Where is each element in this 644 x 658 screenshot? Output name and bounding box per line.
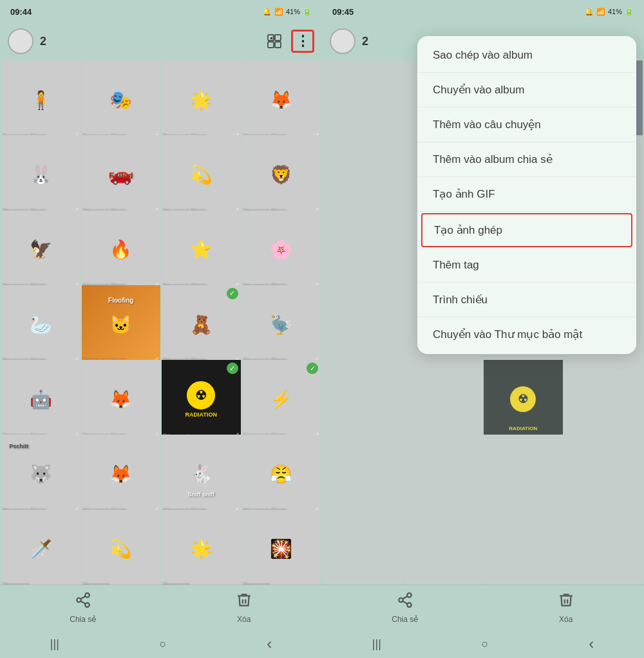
left-status-bar: 09:44 🔔 📶 41% 🔋 bbox=[0, 0, 322, 23]
menu-add-story[interactable]: Thêm vào câu chuyện bbox=[417, 108, 636, 142]
photo-cell-23[interactable]: 🐇 Sniff sniff ©Hypergryph ©Yostar ⤢ bbox=[162, 435, 241, 514]
delete-icon bbox=[236, 592, 252, 612]
left-nav-menu[interactable]: ||| bbox=[50, 637, 59, 651]
svg-rect-1 bbox=[275, 35, 281, 41]
menu-move-album[interactable]: Chuyển vào album bbox=[417, 73, 636, 108]
right-battery-icon: 🔋 bbox=[625, 8, 634, 16]
right-cell-27 bbox=[484, 510, 563, 585]
photo-cell-18[interactable]: 🦊 ©Hypergryph ©Yostar ⤢ bbox=[82, 360, 161, 439]
left-share-label: Chia sẻ bbox=[70, 615, 96, 624]
anime-char-23: 🐇 bbox=[166, 441, 236, 508]
photo-cell-7[interactable]: 💫 ©Hypergryph ©Yostar ⤢ bbox=[162, 135, 241, 214]
svg-line-14 bbox=[402, 601, 407, 603]
anime-char-3: 🌟 bbox=[166, 66, 236, 133]
photo-cell-6[interactable]: 🚗 Failed ©Hypergryph ©Yostar ⤢ bbox=[82, 135, 161, 214]
photo-cell-27[interactable]: 🌟 ©Hypergryph bbox=[162, 510, 241, 585]
photo-cell-15[interactable]: 🧸 ✓ ©Hypergryph ©Yostar ⤢ bbox=[162, 285, 241, 364]
anime-char-1: 🧍 bbox=[5, 66, 76, 133]
left-status-time: 09:44 bbox=[10, 7, 32, 17]
cell-text-sniff: Sniff sniff bbox=[188, 491, 215, 498]
photo-cell-28[interactable]: 🎇 ©Hypergryph bbox=[242, 510, 321, 585]
photo-cell-24[interactable]: 😤 ©Hypergryph ©Yostar ⤢ bbox=[242, 435, 321, 514]
context-menu: Sao chép vào album Chuyển vào album Thêm… bbox=[417, 36, 636, 354]
photo-cell-2[interactable]: 🎭 ©Hypergryph ©Yostar ⤢ bbox=[82, 61, 161, 140]
anime-char-10: 🔥 bbox=[86, 216, 156, 283]
left-share-button[interactable]: Chia sẻ bbox=[70, 592, 96, 624]
right-cell-9 bbox=[323, 211, 402, 290]
svg-line-9 bbox=[80, 601, 85, 603]
photo-cell-10[interactable]: 🔥 ©Hypergryph ©Yostar ⤢ bbox=[82, 211, 161, 290]
photo-cell-1[interactable]: 🧍 ©Hypergryph ©Yostar ⤢ bbox=[1, 61, 80, 140]
left-nav-home[interactable]: ○ bbox=[160, 637, 167, 651]
left-delete-button[interactable]: Xóa bbox=[236, 592, 252, 624]
left-phone-panel: 09:44 🔔 📶 41% 🔋 2 ⋮ bbox=[0, 0, 322, 658]
cell-text-failed: Failed bbox=[109, 170, 133, 180]
photo-cell-16[interactable]: 🦤 ©Hypergryph ©Yostar ⤢ bbox=[242, 285, 321, 364]
photo-cell-9[interactable]: 🦅 ©Hypergryph ©Yostar ⤢ bbox=[1, 211, 80, 290]
photo-cell-11[interactable]: ⭐ ©Hypergryph ©Yostar ⤢ bbox=[162, 211, 241, 290]
menu-copy-album[interactable]: Sao chép vào album bbox=[417, 39, 636, 73]
photo-cell-17[interactable]: 🤖 ©Hypergryph ©Yostar ⤢ bbox=[1, 360, 80, 439]
photo-cell-4[interactable]: 🦊 ©Hypergryph ©Yostar ⤢ bbox=[242, 61, 321, 140]
right-phone-panel: 09:45 🔔 📶 41% 🔋 2 🚗 ✓ ☢RADIATION bbox=[322, 0, 644, 658]
right-cell-25 bbox=[323, 510, 402, 585]
photo-cell-14[interactable]: 🐱 Floofing ©Hypergryph ©Yostar ⤢ bbox=[82, 285, 161, 364]
right-avatar[interactable] bbox=[330, 28, 355, 54]
svg-point-11 bbox=[407, 593, 412, 597]
right-nav-bar: ||| ○ ‹ bbox=[322, 630, 644, 658]
photo-cell-22[interactable]: 🦊 ©Hypergryph ©Yostar ⤢ bbox=[82, 435, 161, 514]
right-nav-back[interactable]: ‹ bbox=[589, 635, 594, 653]
svg-rect-3 bbox=[275, 42, 281, 48]
grid-view-button[interactable] bbox=[263, 30, 286, 53]
photo-cell-21[interactable]: 🐺 Pschitt ©Hypergryph ©Yostar ⤢ bbox=[1, 435, 80, 514]
menu-add-shared-album[interactable]: Thêm vào album chia sẻ bbox=[417, 142, 636, 177]
right-cell-13 bbox=[323, 285, 402, 364]
battery-text: 41% bbox=[286, 8, 300, 15]
right-cell-23 bbox=[484, 435, 563, 514]
left-top-icons: ⋮ bbox=[263, 30, 314, 53]
anime-char-24: 😤 bbox=[246, 441, 317, 508]
photo-cell-25[interactable]: 🗡️ ©Hypergryph bbox=[1, 510, 80, 585]
photo-cell-3[interactable]: 🌟 ©Hypergryph ©Yostar ⤢ bbox=[162, 61, 241, 140]
svg-rect-5 bbox=[272, 36, 273, 40]
photo-cell-8[interactable]: 🦁 ©Hypergryph ©Yostar ⤢ bbox=[242, 135, 321, 214]
right-nav-home[interactable]: ○ bbox=[482, 637, 489, 651]
anime-char-4: 🦊 bbox=[246, 66, 317, 133]
anime-char-11: ⭐ bbox=[166, 216, 236, 283]
right-delete-icon bbox=[558, 592, 574, 612]
more-options-button[interactable]: ⋮ bbox=[291, 30, 314, 53]
right-share-icon bbox=[397, 592, 413, 612]
photo-cell-19[interactable]: ☢ RADIATION ✓ ©Hypergryph ⤢ bbox=[162, 360, 241, 439]
menu-slideshow[interactable]: Trình chiếu bbox=[417, 283, 636, 317]
anime-char-7: 💫 bbox=[166, 141, 236, 208]
left-bottom-bar: Chia sẻ Xóa bbox=[0, 585, 322, 630]
right-cell-28 bbox=[564, 510, 643, 585]
photo-cell-13[interactable]: 🦢 ©Hypergryph ©Yostar ⤢ bbox=[1, 285, 80, 364]
photo-cell-12[interactable]: 🌸 ©Hypergryph ©Yostar ⤢ bbox=[242, 211, 321, 290]
right-status-bar: 09:45 🔔 📶 41% 🔋 bbox=[322, 0, 644, 23]
menu-move-secure[interactable]: Chuyển vào Thư mục bảo mật bbox=[417, 317, 636, 352]
right-nav-menu[interactable]: ||| bbox=[372, 637, 381, 651]
left-avatar[interactable] bbox=[8, 28, 33, 54]
right-delete-button[interactable]: Xóa bbox=[558, 592, 574, 624]
menu-create-collage[interactable]: Tạo ảnh ghép bbox=[421, 213, 632, 247]
right-battery-text: 41% bbox=[608, 8, 622, 15]
anime-char-13: 🦢 bbox=[5, 291, 76, 358]
svg-point-6 bbox=[85, 593, 90, 597]
anime-char-16: 🦤 bbox=[246, 291, 317, 358]
photo-cell-26[interactable]: 💫 ©Hypergryph bbox=[82, 510, 161, 585]
photo-cell-5[interactable]: 🐰 ©Hypergryph ©Yostar ⤢ bbox=[1, 135, 80, 214]
check-mark-19: ✓ bbox=[227, 362, 238, 374]
menu-create-gif[interactable]: Tạo ảnh GIF bbox=[417, 177, 636, 212]
photo-cell-20[interactable]: ⚡ ✓ ©Hypergryph ©Yostar ⤢ bbox=[242, 360, 321, 439]
right-share-button[interactable]: Chia sẻ bbox=[392, 592, 418, 624]
share-icon bbox=[75, 592, 91, 612]
menu-add-tag[interactable]: Thêm tag bbox=[417, 249, 636, 283]
anime-char-28: 🎇 bbox=[246, 516, 317, 583]
right-cell-24 bbox=[564, 435, 643, 514]
left-count: 2 bbox=[40, 35, 256, 48]
copyright-27: ©Hypergryph bbox=[163, 583, 189, 585]
check-mark-20: ✓ bbox=[307, 362, 318, 374]
left-nav-back[interactable]: ‹ bbox=[267, 635, 272, 653]
left-nav-bar: ||| ○ ‹ bbox=[0, 630, 322, 658]
